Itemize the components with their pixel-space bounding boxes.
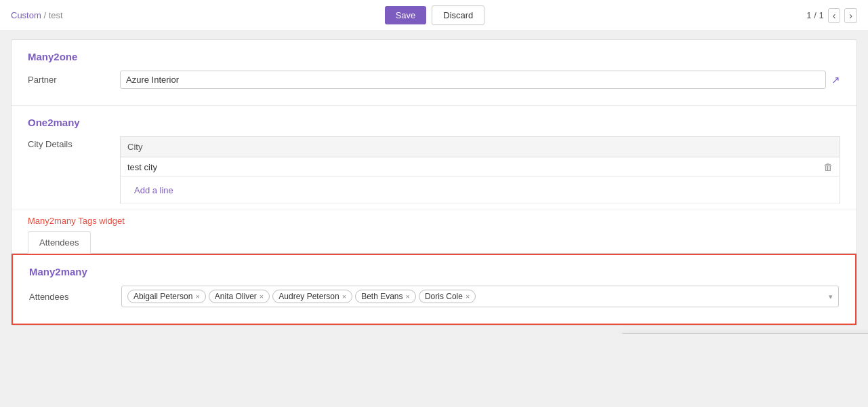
- city-cell[interactable]: test city: [121, 157, 817, 177]
- tag-audrey-peterson: Audrey Peterson ×: [272, 290, 352, 303]
- breadcrumb-parent[interactable]: Custom: [11, 10, 41, 20]
- pagination-prev-button[interactable]: ‹: [828, 8, 841, 23]
- save-button[interactable]: Save: [385, 6, 427, 24]
- many2one-section: Many2one Partner Azure Interior ↗: [12, 40, 856, 106]
- pagination-next-button[interactable]: ›: [844, 8, 857, 23]
- partner-select[interactable]: Azure Interior: [120, 71, 826, 89]
- tabs-bar: Attendees: [12, 231, 856, 254]
- tag-remove-audrey[interactable]: ×: [342, 292, 346, 301]
- tags-wrapper[interactable]: Abigail Peterson × Anita Oliver × Audrey…: [121, 286, 839, 307]
- tag-abigail-peterson: Abigail Peterson ×: [127, 290, 206, 303]
- tag-label: Beth Evans: [361, 292, 402, 301]
- tag-anita-oliver: Anita Oliver ×: [209, 290, 270, 303]
- attendees-label: Attendees: [29, 292, 110, 302]
- delete-cell: 🗑: [817, 157, 840, 177]
- many2many-title: Many2many: [29, 266, 839, 277]
- tag-remove-anita[interactable]: ×: [260, 292, 264, 301]
- pagination-info: 1 / 1: [806, 10, 823, 20]
- breadcrumb-current: test: [49, 10, 63, 20]
- many2one-title: Many2one: [28, 51, 840, 62]
- many2many-section: Many2many Attendees Abigail Peterson × A…: [12, 254, 856, 325]
- tags-field-wrapper: Abigail Peterson × Anita Oliver × Audrey…: [121, 286, 839, 307]
- tag-remove-doris[interactable]: ×: [466, 292, 470, 301]
- one2many-section: One2many City Details City test city: [12, 106, 856, 210]
- tag-doris-cole: Doris Cole ×: [419, 290, 476, 303]
- tag-label: Anita Oliver: [215, 292, 257, 301]
- delete-row-icon[interactable]: 🗑: [823, 161, 833, 172]
- discard-button[interactable]: Discard: [432, 5, 484, 25]
- tags-search-input[interactable]: [478, 292, 592, 302]
- table-row: test city 🗑: [121, 157, 840, 177]
- dropdown-overlay: Eli Lambert Ernest Reed Jeffrey Kelly Je…: [621, 333, 868, 334]
- tab-attendees[interactable]: Attendees: [28, 231, 91, 254]
- tag-label: Abigail Peterson: [133, 292, 192, 301]
- tag-label: Doris Cole: [425, 292, 463, 301]
- city-details-label: City Details: [28, 139, 109, 149]
- city-column-header: City: [121, 137, 817, 157]
- attendees-field-row: Attendees Abigail Peterson × Anita Olive…: [29, 286, 839, 307]
- partner-field-row: Partner Azure Interior ↗: [28, 71, 840, 89]
- many2many-tags-widget-label: Many2many Tags widget: [12, 216, 856, 231]
- breadcrumb-separator: /: [43, 10, 46, 20]
- one2many-title: One2many: [28, 117, 840, 128]
- tag-label: Audrey Peterson: [278, 292, 339, 301]
- partner-label: Partner: [28, 75, 109, 85]
- breadcrumb: Custom / test: [11, 10, 63, 20]
- partner-external-link-icon[interactable]: ↗: [831, 74, 840, 86]
- add-line-row: Add a line: [121, 177, 840, 204]
- city-details-field-row: City Details City test city 🗑: [28, 136, 840, 204]
- city-details-table: City test city 🗑 Ad: [120, 136, 840, 204]
- tags-dropdown-arrow-icon: ▾: [829, 292, 833, 301]
- tag-remove-beth[interactable]: ×: [406, 292, 410, 301]
- add-a-line-button[interactable]: Add a line: [127, 181, 180, 199]
- top-bar: Custom / test Save Discard 1 / 1 ‹ ›: [0, 0, 868, 31]
- tag-remove-abigail[interactable]: ×: [195, 292, 199, 301]
- top-bar-actions: Save Discard: [385, 5, 485, 25]
- tag-beth-evans: Beth Evans ×: [355, 290, 416, 303]
- partner-select-wrapper: Azure Interior ↗: [120, 71, 840, 89]
- pagination: 1 / 1 ‹ ›: [806, 8, 857, 23]
- main-content: Many2one Partner Azure Interior ↗ One2ma…: [11, 39, 857, 326]
